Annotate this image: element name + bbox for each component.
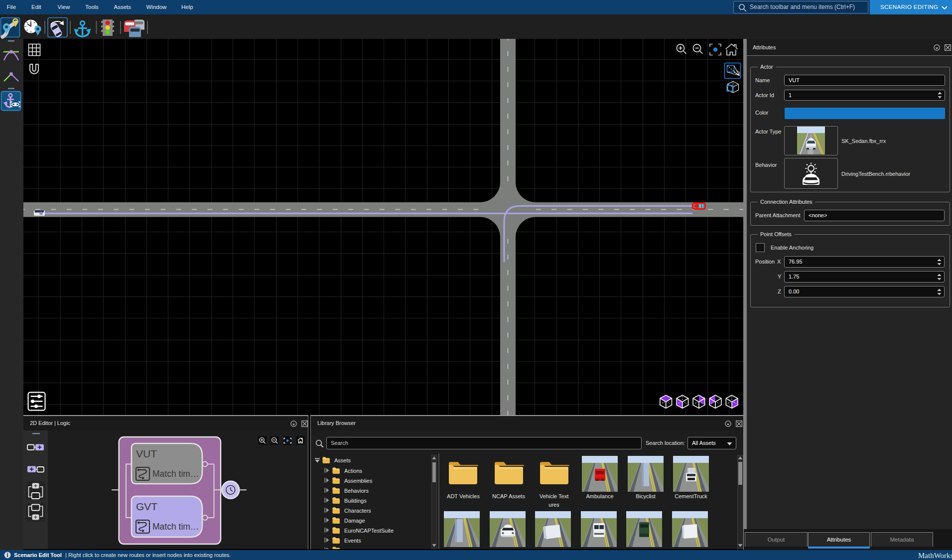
svg-text:Match tim…: Match tim…	[152, 522, 199, 532]
svg-text:Match tim…: Match tim…	[152, 469, 199, 479]
svg-text:GVT: GVT	[136, 501, 157, 512]
svg-text:VUT: VUT	[136, 448, 157, 459]
